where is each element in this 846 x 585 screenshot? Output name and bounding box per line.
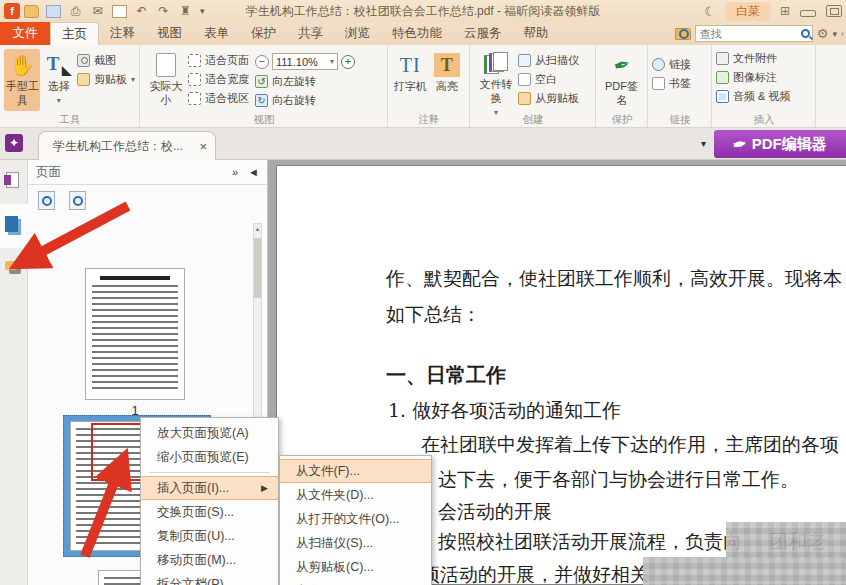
blank-page-button[interactable]: 空白 xyxy=(518,72,579,87)
rotate-left-button[interactable]: ↺ 向左旋转 xyxy=(255,74,355,89)
restore-button[interactable] xyxy=(826,5,842,17)
tab-comment[interactable]: 注释 xyxy=(99,22,146,45)
toolbar-dropdown-icon[interactable]: ▾ xyxy=(701,138,706,149)
zoom-out-icon[interactable]: − xyxy=(255,55,269,69)
typewriter-button[interactable]: TI 打字机 xyxy=(392,49,429,111)
night-mode-icon[interactable]: ☾ xyxy=(704,4,716,19)
find-options-dropdown-icon[interactable]: ▾ xyxy=(832,29,837,39)
scrollbar-thumb[interactable] xyxy=(254,238,261,298)
rotate-right-button[interactable]: ↻ 向右旋转 xyxy=(255,93,355,108)
pages-panel-button[interactable] xyxy=(0,204,28,248)
menu-item-insert-pages[interactable]: 插入页面(I)... ▶ xyxy=(141,476,278,500)
comments-panel-icon xyxy=(5,261,17,270)
panel-expand-icon[interactable]: » xyxy=(232,166,238,178)
minimize-button[interactable] xyxy=(800,10,816,17)
qat-dropdown-icon[interactable]: ▾ xyxy=(200,6,205,16)
audio-video-button[interactable]: 音频 & 视频 xyxy=(716,89,790,104)
document-tab[interactable]: 学生机构工作总结：校... × xyxy=(38,131,216,160)
panel-collapse-icon[interactable]: ◄ xyxy=(248,166,259,178)
foxit-panel-icon[interactable]: ✦ xyxy=(5,134,23,152)
print-icon[interactable]: ⎙ xyxy=(68,5,83,18)
submenu-item-from-clipboard[interactable]: 从剪贴板(C)... xyxy=(280,555,431,579)
tab-form[interactable]: 表单 xyxy=(193,22,240,45)
highlight-icon: T xyxy=(434,53,460,77)
pdf-sign-button[interactable]: ✒ PDF签名 xyxy=(600,49,643,111)
search-folder-icon[interactable] xyxy=(675,28,691,40)
tab-features[interactable]: 特色功能 xyxy=(381,22,453,45)
bookmark-button[interactable]: 书签 xyxy=(652,76,691,91)
tab-browse[interactable]: 浏览 xyxy=(334,22,381,45)
layout-grid-icon[interactable]: ⊞ xyxy=(780,5,790,17)
email-icon[interactable]: ✉ xyxy=(90,5,105,18)
comments-panel-button[interactable] xyxy=(0,248,28,292)
protect-group-label: 保护 xyxy=(596,113,648,127)
submenu-item-from-open-file[interactable]: 从打开的文件(O)... xyxy=(280,507,431,531)
tab-help[interactable]: 帮助 xyxy=(513,22,560,45)
enlarge-thumbnail-icon[interactable] xyxy=(38,191,55,210)
undo-icon[interactable]: ↶ xyxy=(134,5,149,18)
open-file-icon[interactable] xyxy=(24,5,39,18)
search-icon[interactable] xyxy=(801,29,810,38)
find-input[interactable] xyxy=(700,28,801,40)
tab-view[interactable]: 视图 xyxy=(146,22,193,45)
save-icon[interactable] xyxy=(46,5,61,18)
link-group-label: 链接 xyxy=(648,113,712,127)
gear-icon[interactable]: ⚙ xyxy=(817,26,829,41)
menu-item-enlarge-preview[interactable]: 放大页面预览(A) xyxy=(141,421,278,445)
censored-region xyxy=(643,557,846,585)
tools-group-label: 工具 xyxy=(0,113,140,127)
select-label: 选择 xyxy=(42,80,76,94)
stamp-tool-icon[interactable]: ♜ xyxy=(178,5,193,18)
redo-icon[interactable]: ↷ xyxy=(156,5,171,18)
reduce-thumbnail-icon[interactable] xyxy=(69,191,86,210)
thumbnail-text xyxy=(100,276,170,280)
close-tab-icon[interactable]: × xyxy=(199,139,207,154)
tab-home[interactable]: 主页 xyxy=(50,22,99,45)
image-annotation-button[interactable]: 图像标注 xyxy=(716,70,790,85)
highlight-button[interactable]: T 高亮 xyxy=(429,49,466,111)
menu-item-swap-pages[interactable]: 交换页面(S)... xyxy=(141,500,278,524)
submenu-item-from-folder[interactable]: 从文件夹(D)... xyxy=(280,483,431,507)
convert-button[interactable]: 文件转换 ▾ xyxy=(474,49,518,111)
zoom-in-icon[interactable]: + xyxy=(341,55,355,69)
from-clipboard-button[interactable]: 从剪贴板 xyxy=(518,91,579,106)
from-scanner-button[interactable]: 从扫描仪 xyxy=(518,53,579,68)
scroll-up-icon[interactable]: ▲ xyxy=(254,224,261,232)
zoom-dropdown-icon: ▾ xyxy=(330,57,334,66)
menu-item-move-pages[interactable]: 移动页面(M)... xyxy=(141,548,278,572)
user-account-button[interactable]: 白菜 xyxy=(726,2,770,21)
document-line: 1. 做好各项活动的通知工作 xyxy=(388,398,621,424)
fit-width-label: 适合宽度 xyxy=(205,72,249,87)
file-attachment-button[interactable]: 文件附件 xyxy=(716,51,790,66)
fit-page-button[interactable]: 适合页面 xyxy=(188,53,249,68)
rotate-right-label: 向右旋转 xyxy=(272,93,316,108)
actual-size-button[interactable]: 实际大小 xyxy=(144,49,188,111)
tab-cloud[interactable]: 云服务 xyxy=(453,22,513,45)
foxit-logo-icon[interactable]: f xyxy=(4,3,20,19)
hand-tool-button[interactable]: ✋ 手型工具 xyxy=(4,49,40,111)
pdf-editor-banner[interactable]: ✒ PDF编辑器 xyxy=(714,130,846,158)
link-label: 链接 xyxy=(669,57,691,72)
tab-protect[interactable]: 保护 xyxy=(240,22,287,45)
new-document-icon[interactable] xyxy=(112,5,127,18)
snapshot-button[interactable]: 截图 xyxy=(77,53,135,68)
ribbon-collapse-icon[interactable]: ‹ xyxy=(841,29,844,39)
tab-share[interactable]: 共享 xyxy=(287,22,334,45)
zoom-level-select[interactable]: 111.10% ▾ xyxy=(272,53,338,70)
fit-width-button[interactable]: 适合宽度 xyxy=(188,72,249,87)
bookmarks-panel-button[interactable] xyxy=(0,160,28,204)
submenu-item-from-scanner[interactable]: 从扫描仪(S)... xyxy=(280,531,431,555)
menu-item-split-document[interactable]: 拆分文档(P)... xyxy=(141,572,278,585)
fit-visible-button[interactable]: 适合视区 xyxy=(188,91,249,106)
clipboard-button[interactable]: 剪贴板 ▾ xyxy=(77,72,135,87)
select-icon: T xyxy=(47,53,71,77)
menu-item-duplicate-pages[interactable]: 复制页面(U)... xyxy=(141,524,278,548)
link-button[interactable]: 链接 xyxy=(652,57,691,72)
file-menu-button[interactable]: 文件 xyxy=(0,22,50,45)
select-tool-button[interactable]: T 选择 ▾ xyxy=(40,49,76,111)
menu-item-reduce-preview[interactable]: 缩小页面预览(E) xyxy=(141,445,278,469)
submenu-item-from-file[interactable]: 从文件(F)... xyxy=(280,459,431,483)
highlight-label: 高亮 xyxy=(430,80,464,94)
page-1-thumbnail[interactable] xyxy=(85,268,185,400)
submenu-item-blank-page[interactable]: 空白页面(B)... xyxy=(280,579,431,585)
